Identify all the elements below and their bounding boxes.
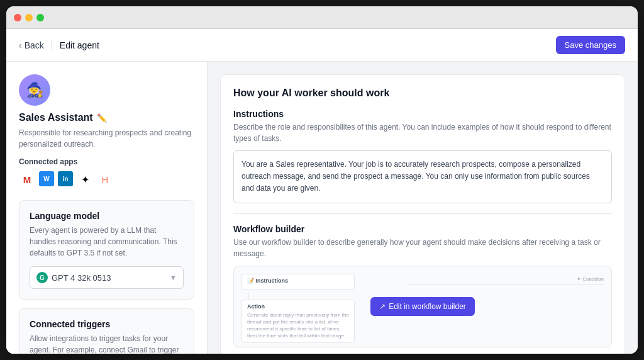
page-title: Edit agent — [60, 40, 99, 50]
connected-triggers-section: Connected triggers Allow integrations to… — [19, 308, 194, 354]
app-window: ‹ Back Edit agent Save changes 🧙 Sales A… — [6, 6, 638, 354]
language-model-section: Language model Every agent is powered by… — [19, 200, 194, 300]
connected-apps-list: M W in ✦ H — [19, 171, 194, 188]
triggers-title: Connected triggers — [30, 319, 184, 329]
model-select-left: G GPT 4 32k 0513 — [36, 272, 111, 283]
back-arrow-icon: ‹ — [19, 40, 22, 50]
connected-apps-label: Connected apps — [19, 157, 194, 166]
back-button[interactable]: ‹ Back — [19, 40, 44, 50]
agent-info: 🧙 Sales Assistant ✏️ Responsible for res… — [19, 74, 194, 188]
wordpress-app-icon: W — [39, 171, 54, 186]
workflow-mini-card-action: Action Generate latest reply than previo… — [242, 300, 355, 344]
minimize-button[interactable] — [25, 14, 33, 21]
main-content: 🧙 Sales Assistant ✏️ Responsible for res… — [6, 62, 638, 354]
model-name: GPT 4 32k 0513 — [52, 273, 111, 283]
slack-app-icon: ✦ — [77, 171, 93, 188]
instructions-content[interactable]: You are a Sales representative. Your job… — [233, 150, 612, 203]
instructions-desc: Describe the role and responsibilites of… — [233, 121, 612, 144]
titlebar — [6, 6, 638, 29]
workflow-subtitle: Workflow builder — [233, 224, 612, 234]
triggers-desc: Allow integrations to trigger tasks for … — [30, 333, 184, 354]
close-button[interactable] — [14, 14, 21, 21]
divider-1 — [233, 213, 612, 214]
save-changes-button[interactable]: Save changes — [556, 36, 625, 54]
how-section-card: How your AI worker should work Instructi… — [220, 74, 625, 354]
maximize-button[interactable] — [36, 14, 44, 21]
header-left: ‹ Back Edit agent — [19, 40, 99, 50]
header: ‹ Back Edit agent Save changes — [6, 29, 638, 62]
chevron-down-icon: ▼ — [170, 274, 177, 281]
workflow-mini-title-2: Action — [247, 303, 349, 310]
model-select[interactable]: G GPT 4 32k 0513 ▼ — [30, 266, 184, 289]
edit-workflow-button[interactable]: ↗ Edit in workflow builder — [370, 297, 475, 316]
agent-description: Responsible for researching prospects an… — [19, 127, 194, 150]
language-model-desc: Every agent is powered by a LLM that han… — [30, 225, 184, 259]
right-panel: How your AI worker should work Instructi… — [208, 62, 638, 354]
workflow-mini-title-1: 📝 Instructions — [247, 278, 349, 284]
how-section-title: How your AI worker should work — [233, 87, 612, 99]
traffic-lights — [14, 14, 44, 21]
gpt-logo: G — [36, 272, 48, 283]
edit-name-icon[interactable]: ✏️ — [97, 113, 107, 123]
edit-workflow-label: Edit in workflow builder — [389, 302, 466, 311]
header-divider — [52, 40, 52, 50]
workflow-condition-label: ✦ Condition — [577, 276, 604, 282]
hubspot-app-icon: H — [97, 171, 113, 188]
agent-avatar: 🧙 — [19, 74, 50, 106]
sidebar: 🧙 Sales Assistant ✏️ Responsible for res… — [6, 62, 208, 354]
external-link-icon: ↗ — [379, 302, 386, 311]
linkedin-app-icon: in — [58, 171, 73, 186]
language-model-title: Language model — [30, 211, 184, 221]
workflow-mini-card-instructions: 📝 Instructions — [242, 274, 355, 290]
agent-name: Sales Assistant — [19, 112, 93, 123]
workflow-mini-content: Generate latest reply than previously fr… — [247, 312, 349, 340]
workflow-preview: 📝 Instructions Action Generate latest re… — [233, 266, 612, 347]
instructions-subtitle: Instructions — [233, 109, 612, 119]
back-label: Back — [25, 40, 44, 50]
gmail-app-icon: M — [19, 171, 35, 188]
agent-name-row: Sales Assistant ✏️ — [19, 112, 194, 123]
workflow-desc: Use our workflow builder to describe gen… — [233, 237, 612, 259]
